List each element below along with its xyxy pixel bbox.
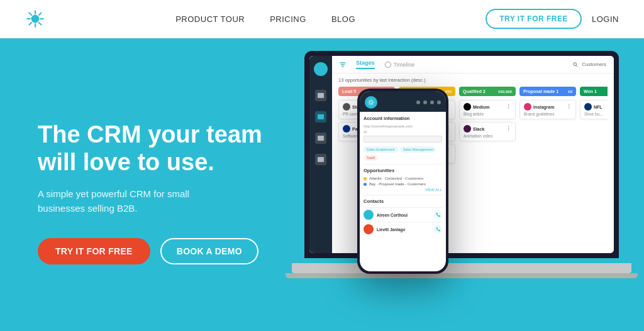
- card-company-name: Medium: [473, 105, 489, 109]
- contact-info-2: Lievitt Janiago: [377, 227, 406, 232]
- phone-form: http://somethingexample.com AI: [364, 124, 442, 143]
- card-company: Slack ⋮: [464, 125, 511, 133]
- contact-avatar-1: [364, 210, 374, 220]
- sidebar-icon-tasks: [315, 111, 326, 122]
- stage-card: Slack ⋮ Animation video: [459, 122, 516, 141]
- logo[interactable]: [25, 9, 45, 29]
- card-detail: Brand guidelines: [524, 112, 572, 116]
- phone-view-all-opp[interactable]: VIEW ALL: [364, 188, 442, 192]
- phone-body: Account information http://somethingexam…: [360, 112, 446, 271]
- phone-tag-3: SaaS: [364, 155, 378, 161]
- hero-title: The CRM your team will love to use.: [38, 121, 264, 176]
- opp-text-2: Bay · Proposal made - Customers: [369, 182, 426, 186]
- stage-card: Instagram ⋮ Brand guidelines: [519, 100, 576, 119]
- contact-call-2[interactable]: [433, 225, 442, 234]
- phone-contacts-title: Contacts: [364, 198, 442, 204]
- crm-logo: [314, 62, 328, 76]
- card-company-name: Slack: [473, 127, 484, 131]
- stage-label: Won 1: [584, 89, 597, 94]
- svg-line-8: [29, 23, 31, 25]
- stage-amount: €0: [568, 90, 572, 94]
- nav-product-tour[interactable]: PRODUCT TOUR: [175, 14, 245, 24]
- contact-info-1: Aireen Corthoui: [377, 213, 408, 217]
- svg-point-9: [574, 62, 577, 65]
- stage-amount: €63,500: [498, 90, 512, 94]
- stage-col-proposal-made: Proposal made 1€0 Instagram ⋮ Brand guid…: [519, 87, 576, 212]
- hero-subtitle: A simple yet powerful CRM for small busi…: [38, 187, 233, 215]
- phone-url-label: http://somethingexample.com: [364, 124, 442, 128]
- stage-label: Proposal made 1: [523, 89, 558, 94]
- card-menu[interactable]: ⋮: [566, 104, 572, 110]
- card-logo: [584, 103, 592, 111]
- tab-timeline[interactable]: Timeline: [385, 62, 415, 68]
- stage-label: Qualified 2: [463, 89, 486, 94]
- contact-call-1[interactable]: [433, 210, 442, 219]
- phone-opp-title: Opportunities: [364, 168, 442, 173]
- stage-card: Medium ⋮ Blog article: [459, 100, 516, 119]
- card-company: Instagram ⋮: [524, 103, 572, 111]
- nav-blog[interactable]: BLOG: [331, 14, 355, 24]
- stage-col-qualified: Qualified 2€63,500 Medium ⋮ Blog article…: [459, 87, 516, 212]
- nav-login-button[interactable]: LOGIN: [592, 14, 619, 24]
- svg-line-19: [369, 104, 369, 104]
- phone-account-title: Account information: [364, 116, 442, 121]
- card-logo: [343, 103, 350, 111]
- card-menu[interactable]: ⋮: [506, 104, 511, 110]
- svg-line-16: [369, 100, 369, 100]
- nav-try-button[interactable]: TRY IT FOR FREE: [486, 9, 582, 29]
- phone-tag-1: Sales Enablement: [364, 146, 398, 153]
- svg-point-11: [370, 101, 373, 104]
- nav-links: PRODUCT TOUR PRICING BLOG: [175, 14, 355, 24]
- card-company: NFL ⋮: [584, 103, 608, 111]
- crm-search-area: Customers: [573, 62, 606, 67]
- laptop-screen-outer: Stages Timeline Customers: [304, 51, 619, 258]
- phone-opp-2: Bay · Proposal made - Customers: [364, 182, 442, 186]
- contact-name-2: Lievitt Janiago: [377, 227, 406, 232]
- svg-line-5: [29, 13, 31, 15]
- navbar: PRODUCT TOUR PRICING BLOG TRY IT FOR FRE…: [0, 0, 644, 38]
- divider-1: [364, 164, 442, 165]
- hero-section: The CRM your team will love to use. A si…: [0, 38, 644, 331]
- crm-search-label: Customers: [582, 62, 606, 67]
- phone-nav-dot3: [430, 100, 434, 104]
- phone-tag-2: Sales Management: [400, 146, 436, 153]
- svg-line-10: [577, 65, 578, 67]
- stage-col-won: Won 1€74,000 NFL ⋮ Shoe bu...: [580, 87, 608, 212]
- phone-nav-dot2: [423, 100, 427, 104]
- contact-name-1: Aireen Corthoui: [377, 213, 408, 217]
- card-company: Medium ⋮: [464, 103, 511, 111]
- svg-line-17: [372, 104, 373, 104]
- filter-icon: [340, 62, 346, 68]
- svg-line-7: [39, 13, 42, 15]
- card-company-name: Instagram: [533, 105, 554, 109]
- nav-pricing[interactable]: PRICING: [270, 14, 306, 24]
- stage-header: Qualified 2€63,500: [459, 87, 516, 96]
- phone-header: [360, 91, 446, 112]
- stage-card: NFL ⋮ Shoe bu...: [580, 100, 608, 119]
- hero-try-button[interactable]: TRY IT FOR FREE: [38, 238, 150, 264]
- sidebar-icon-accounts: [315, 133, 326, 144]
- phone-contact-2: Lievitt Janiago: [364, 222, 442, 236]
- phone-screen: Account information http://somethingexam…: [360, 91, 446, 271]
- svg-line-18: [372, 100, 373, 100]
- opp-dot-1: [364, 177, 367, 180]
- phone-field-label: AI: [364, 130, 442, 134]
- hero-buttons: TRY IT FOR FREE BOOK A DEMO: [38, 238, 264, 264]
- nav-actions: TRY IT FOR FREE LOGIN: [486, 9, 619, 29]
- phone-nav-dot1: [416, 100, 420, 104]
- contact-avatar-2: [364, 224, 374, 234]
- crm-app: Stages Timeline Customers: [309, 56, 614, 253]
- phone-logo: [365, 96, 377, 109]
- divider-2: [364, 195, 442, 195]
- opp-dot-2: [364, 183, 367, 186]
- stage-label: Lead 5: [342, 89, 356, 94]
- crm-topbar: Stages Timeline Customers: [332, 56, 614, 73]
- card-logo: [343, 125, 350, 133]
- hero-demo-button[interactable]: BOOK A DEMO: [160, 238, 258, 264]
- crm-sidebar: [309, 56, 332, 253]
- hero-content: The CRM your team will love to use. A si…: [0, 38, 264, 331]
- card-menu[interactable]: ⋮: [506, 126, 511, 132]
- sidebar-icon-contacts: [315, 154, 326, 165]
- tab-stages[interactable]: Stages: [356, 60, 375, 69]
- logo-icon: [25, 9, 45, 29]
